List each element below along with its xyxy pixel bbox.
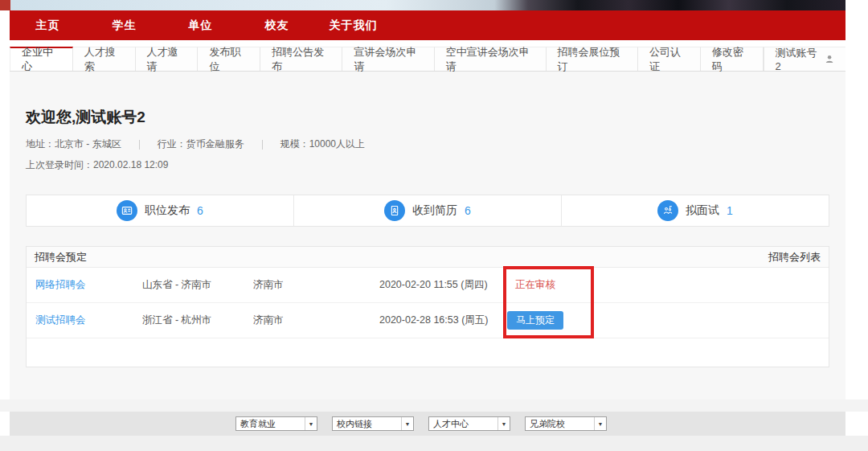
bottom-margin-strip [0,436,868,451]
tab-fair-booth-booking[interactable]: 招聘会展位预订 [547,47,638,71]
nav-item-about[interactable]: 关于我们 [315,18,391,33]
footer-dropdown-sister-schools[interactable]: 兄弟院校 [525,416,607,431]
page-container: 主页 学生 单位 校友 关于我们 企业中心 人才搜索 人才邀请 发布职位 招聘公… [10,0,845,400]
footer-bar: 教育就业 校内链接 人才中心 兄弟院校 [10,412,845,436]
user-icon [825,54,834,64]
job-fair-card-header: 招聘会预定 招聘会列表 [27,247,829,268]
main-navigation: 主页 学生 单位 校友 关于我们 [10,10,845,40]
dropdown-selected-label: 兄弟院校 [530,418,565,430]
job-post-icon [117,200,137,221]
stat-resumes-received[interactable]: 收到简历 6 [294,195,562,226]
fair-datetime: 2020-02-28 16:53 (周五) [379,314,491,327]
info-divider [262,140,263,150]
fair-location: 山东省 - 济南市 [142,278,253,292]
dropdown-selected-label: 人才中心 [433,418,469,430]
fair-status-cell: 正在审核 [491,278,579,292]
welcome-title: 欢迎您,测试账号2 [26,107,829,128]
last-login-time: 上次登录时间：2020.02.18 12:09 [26,158,829,172]
hero-banner-image [10,0,845,10]
tab-change-password[interactable]: 修改密码 [701,47,764,71]
footer-spacer-band [0,400,868,412]
company-address: 地址：北京市 - 东城区 [26,137,121,151]
fair-datetime: 2020-02-20 11:55 (周四) [379,278,491,292]
stat-label: 拟面试 [686,203,719,218]
nav-item-alumni[interactable]: 校友 [239,18,315,33]
tab-post-job[interactable]: 发布职位 [198,47,260,71]
fair-name-link[interactable]: 网络招聘会 [27,278,142,292]
fair-name-link[interactable]: 测试招聘会 [27,314,142,327]
stat-jobs-posted[interactable]: 职位发布 6 [27,195,294,226]
fair-city: 济南市 [253,278,379,292]
interview-icon [657,200,678,221]
tab-online-info-session-apply[interactable]: 空中宣讲会场次申请 [435,47,547,71]
job-fair-list-link[interactable]: 招聘会列表 [768,250,821,264]
main-content: 欢迎您,测试账号2 地址：北京市 - 东城区 行业：货币金融服务 规模：1000… [10,72,845,400]
job-fair-card-title: 招聘会预定 [35,250,87,264]
stats-summary-card: 职位发布 6 收到简历 6 拟面试 1 [26,195,829,227]
stat-planned-interviews[interactable]: 拟面试 1 [562,195,829,226]
dropdown-selected-label: 教育就业 [240,418,276,430]
tab-talent-search[interactable]: 人才搜索 [73,47,136,71]
nav-item-unit[interactable]: 单位 [162,18,239,33]
info-divider [139,140,140,150]
dropdown-arrow-icon [305,417,317,430]
fair-city: 济南市 [253,314,379,327]
stat-label: 职位发布 [145,203,190,218]
fair-status-cell: 马上预定 [491,311,579,330]
user-account-menu[interactable]: 测试账号2 [764,47,845,71]
user-name-label: 测试账号2 [776,46,820,72]
stat-value: 6 [197,204,203,217]
stat-value: 6 [465,204,471,217]
tab-info-session-apply[interactable]: 宣讲会场次申请 [342,47,434,71]
book-now-button[interactable]: 马上预定 [507,311,563,330]
dropdown-arrow-icon [401,417,413,430]
dropdown-arrow-icon [594,417,606,430]
dropdown-selected-label: 校内链接 [337,418,372,430]
nav-item-student[interactable]: 学生 [86,18,162,33]
tab-recruit-announcement[interactable]: 招聘公告发布 [260,47,342,71]
footer-dropdown-education-employment[interactable]: 教育就业 [235,416,317,431]
stat-label: 收到简历 [412,203,457,218]
footer-dropdown-campus-links[interactable]: 校内链接 [332,416,414,431]
company-scale: 规模：10000人以上 [280,137,365,151]
secondary-tab-bar: 企业中心 人才搜索 人才邀请 发布职位 招聘公告发布 宣讲会场次申请 空中宣讲会… [10,47,845,72]
dropdown-arrow-icon [497,417,510,430]
table-row: 测试招聘会 浙江省 - 杭州市 济南市 2020-02-28 16:53 (周五… [27,303,829,338]
status-under-review: 正在审核 [515,279,555,290]
tab-enterprise-center[interactable]: 企业中心 [10,47,73,71]
job-fair-booking-card: 招聘会预定 招聘会列表 网络招聘会 山东省 - 济南市 济南市 2020-02-… [26,246,829,367]
resume-icon [384,200,405,221]
company-info-line: 地址：北京市 - 东城区 行业：货币金融服务 规模：10000人以上 [26,137,829,151]
footer-wrapper: 教育就业 校内链接 人才中心 兄弟院校 [10,412,845,436]
nav-item-home[interactable]: 主页 [10,18,86,33]
table-row: 网络招聘会 山东省 - 济南市 济南市 2020-02-20 11:55 (周四… [27,268,829,303]
company-industry: 行业：货币金融服务 [158,137,244,151]
banner-left-red-edge [0,0,10,10]
footer-dropdown-talent-center[interactable]: 人才中心 [428,416,510,431]
fair-location: 浙江省 - 杭州市 [142,314,253,327]
tab-talent-invite[interactable]: 人才邀请 [136,47,199,71]
stat-value: 1 [727,204,733,217]
tab-company-verification[interactable]: 公司认证 [638,47,701,71]
